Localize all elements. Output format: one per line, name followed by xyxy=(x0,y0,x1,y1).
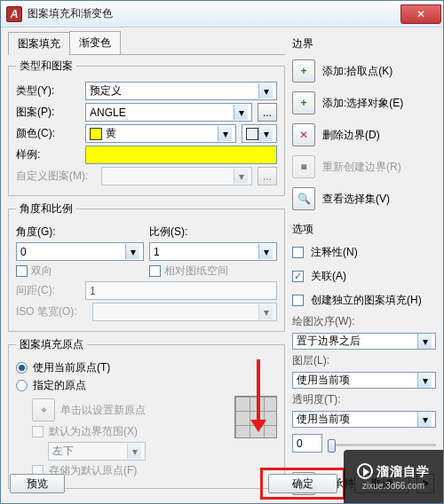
combo-layer[interactable]: 使用当前项 ▾ xyxy=(292,372,436,389)
trans-slider[interactable] xyxy=(328,444,436,446)
left-panel: 图案填充 渐变色 类型和图案 类型(Y): 预定义 ▾ 图案(P): ANGLE xyxy=(8,31,285,468)
label-trans: 透明度(T): xyxy=(292,392,436,407)
tab-bar: 图案填充 渐变色 xyxy=(8,31,285,55)
plus-icon: + xyxy=(300,65,306,77)
chevron-down-icon: ▾ xyxy=(218,126,232,141)
btn-del-bound[interactable]: ✕ 删除边界(D) xyxy=(292,123,436,146)
radio-current-origin[interactable]: 使用当前原点(T) xyxy=(16,360,277,375)
plus-icon: + xyxy=(300,97,306,109)
row-gap: 间距(C): 1 xyxy=(16,281,277,300)
section-boundary: 边界 xyxy=(292,33,436,51)
combo-pattern-value: ANGLE xyxy=(90,106,126,119)
origin-icon: ⌖ xyxy=(41,404,47,416)
btn-view-sel[interactable]: 🔍 查看选择集(V) xyxy=(292,187,436,210)
label-view-sel: 查看选择集(V) xyxy=(322,192,390,207)
combo-type-value: 预定义 xyxy=(90,83,122,98)
combo-ext-pos: 左下 ▾ xyxy=(48,442,146,461)
combo-pattern[interactable]: ANGLE ▾ xyxy=(85,103,252,122)
delete-boundary-icon-button: ✕ xyxy=(292,123,315,146)
dots-icon: ... xyxy=(263,170,272,183)
chevron-down-icon: ▾ xyxy=(417,373,432,388)
btn-add-pick[interactable]: + 添加:拾取点(K) xyxy=(292,59,436,83)
btn-recreate: ■ 重新创建边界(R) xyxy=(292,155,436,178)
checkbox-icon xyxy=(16,265,28,277)
label-iso: ISO 笔宽(O): xyxy=(16,304,87,319)
hatch-preview-icon xyxy=(234,396,277,438)
watermark-name: 溜溜自学 xyxy=(377,464,430,480)
chevron-down-icon: ▾ xyxy=(258,83,273,98)
chk-independent[interactable]: 创建独立的图案填充(H) xyxy=(292,293,436,308)
chk-annotative[interactable]: 注释性(N) xyxy=(292,245,436,260)
label-recreate: 重新创建边界(R) xyxy=(322,160,401,175)
label-add-select: 添加:选择对象(E) xyxy=(322,96,403,111)
ok-button[interactable]: 确定 xyxy=(268,474,337,493)
label-relpaper: 相对图纸空间 xyxy=(164,264,228,279)
chk-double-wrap[interactable]: 双向 xyxy=(16,264,144,279)
chevron-down-icon: ▾ xyxy=(258,126,273,141)
combo-angle[interactable]: 0 ▾ xyxy=(16,242,144,261)
square-icon: ■ xyxy=(300,161,306,173)
content-area: 图案填充 渐变色 类型和图案 类型(Y): 预定义 ▾ 图案(P): ANGLE xyxy=(8,31,436,468)
watermark: 溜溜自学 zixue.3d66.com xyxy=(344,450,443,503)
row-ext-pos: 左下 ▾ xyxy=(32,442,227,461)
label-draworder: 绘图次序(W): xyxy=(292,314,436,329)
input-gap: 1 xyxy=(85,281,277,300)
chk-relpaper-wrap[interactable]: 相对图纸空间 xyxy=(149,264,277,279)
combo-scale[interactable]: 1 ▾ xyxy=(149,242,277,261)
recreate-icon-button: ■ xyxy=(292,155,315,178)
label-click-set: 单击以设置新原点 xyxy=(60,403,146,418)
watermark-site: zixue.3d66.com xyxy=(362,481,424,491)
ok-label: 确定 xyxy=(292,476,313,492)
bgcolor-swatch-icon xyxy=(246,128,258,140)
combo-draworder[interactable]: 置于边界之后 ▾ xyxy=(292,333,436,350)
chevron-down-icon: ▾ xyxy=(127,444,141,459)
legend-type: 类型和图案 xyxy=(16,59,76,74)
row-anglescale-values: 0 ▾ 1 ▾ xyxy=(16,242,277,261)
btn-add-select[interactable]: + 添加:选择对象(E) xyxy=(292,91,436,114)
chk-assoc[interactable]: 关联(A) xyxy=(292,269,436,284)
checkbox-icon xyxy=(292,271,304,282)
view-sel-icon-button: 🔍 xyxy=(292,187,315,210)
btn-set-origin: ⌖ 单击以设置新原点 xyxy=(32,398,227,421)
group-angle-scale: 角度和比例 角度(G): 比例(S): 0 ▾ 1 ▾ xyxy=(8,201,285,332)
combo-trans-value: 使用当前项 xyxy=(297,412,350,427)
x-icon: ✕ xyxy=(299,129,308,141)
label-color: 颜色(C): xyxy=(16,126,80,141)
combo-trans[interactable]: 使用当前项 ▾ xyxy=(292,411,436,428)
close-icon: ✕ xyxy=(416,8,425,20)
combo-color[interactable]: 黄 ▾ xyxy=(85,124,236,143)
input-gap-value: 1 xyxy=(90,285,96,297)
tab-gradient[interactable]: 渐变色 xyxy=(69,31,121,54)
preview-button[interactable]: 预览 xyxy=(10,474,65,493)
pattern-browse-button[interactable]: ... xyxy=(258,103,277,122)
close-button[interactable]: ✕ xyxy=(400,4,441,24)
radio-specified-origin[interactable]: 指定的原点 xyxy=(16,378,277,393)
trans-num-value: 0 xyxy=(297,437,303,450)
combo-bgcolor[interactable]: ▾ xyxy=(242,124,277,143)
label-pattern: 图案(P): xyxy=(16,105,80,120)
label-independent: 创建独立的图案填充(H) xyxy=(311,293,422,308)
checkbox-icon xyxy=(292,247,304,258)
chevron-down-icon: ▾ xyxy=(234,169,248,184)
add-pick-icon-button: + xyxy=(292,59,315,83)
combo-type[interactable]: 预定义 ▾ xyxy=(85,82,277,100)
origin-sub-left: ⌖ 单击以设置新原点 默认为边界范围(X) 左下 ▾ xyxy=(32,396,227,481)
input-trans-num[interactable]: 0 xyxy=(292,434,322,453)
add-select-icon-button: + xyxy=(292,91,315,114)
label-layer: 图层(L): xyxy=(292,353,436,368)
dots-icon: ... xyxy=(263,106,272,119)
label-gap: 间距(C): xyxy=(16,283,80,298)
legend-angle: 角度和比例 xyxy=(16,201,76,217)
sample-swatch[interactable] xyxy=(85,146,277,164)
combo-layer-value: 使用当前项 xyxy=(297,373,350,388)
label-custom: 自定义图案(M): xyxy=(16,169,96,184)
label-default-ext: 默认为边界范围(X) xyxy=(49,424,138,439)
checkbox-icon xyxy=(292,295,304,306)
tab-hatch[interactable]: 图案填充 xyxy=(8,32,70,55)
row-anglescale-labels: 角度(G): 比例(S): xyxy=(16,224,277,240)
slider-thumb-icon xyxy=(328,439,336,453)
chk-default-ext: 默认为边界范围(X) xyxy=(32,424,227,439)
color-swatch-icon xyxy=(90,128,102,140)
combo-scale-value: 1 xyxy=(154,246,160,258)
label-use-current: 使用当前原点(T) xyxy=(33,360,110,375)
